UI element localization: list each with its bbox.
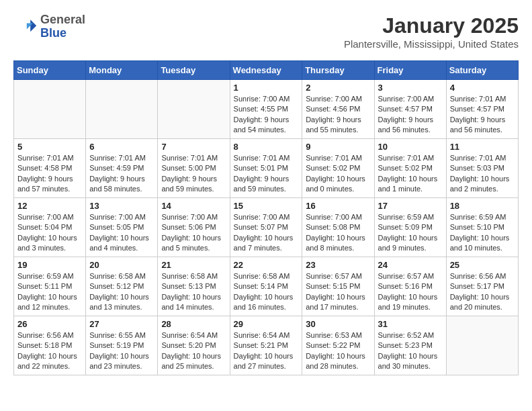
day-detail: Sunrise: 6:56 AMSunset: 5:18 PMDaylight:… — [17, 330, 82, 372]
day-detail: Sunrise: 6:59 AMSunset: 5:09 PMDaylight:… — [378, 212, 443, 254]
day-detail: Sunrise: 6:56 AMSunset: 5:17 PMDaylight:… — [450, 271, 515, 313]
day-detail: Sunrise: 7:01 AMSunset: 5:02 PMDaylight:… — [306, 153, 370, 195]
day-number: 27 — [89, 319, 154, 329]
location-title: Plantersville, Mississippi, United State… — [344, 38, 519, 50]
calendar-cell-week3-day5: 24Sunrise: 6:57 AMSunset: 5:16 PMDayligh… — [374, 257, 446, 316]
day-number: 25 — [450, 260, 515, 270]
day-number: 4 — [450, 83, 515, 93]
day-number: 23 — [306, 260, 370, 270]
logo-icon — [13, 15, 38, 39]
calendar-header-wednesday: Wednesday — [230, 61, 302, 80]
day-detail: Sunrise: 7:01 AMSunset: 5:03 PMDaylight:… — [450, 153, 515, 195]
calendar-cell-week3-day4: 23Sunrise: 6:57 AMSunset: 5:15 PMDayligh… — [302, 257, 374, 316]
title-block: January 2025 Plantersville, Mississippi,… — [344, 13, 519, 50]
calendar-cell-week0-day1 — [86, 80, 158, 139]
day-detail: Sunrise: 6:57 AMSunset: 5:16 PMDaylight:… — [378, 271, 443, 313]
week-row-2: 12Sunrise: 7:00 AMSunset: 5:04 PMDayligh… — [14, 198, 519, 257]
calendar-cell-week1-day2: 7Sunrise: 7:01 AMSunset: 5:00 PMDaylight… — [158, 139, 230, 198]
day-number: 1 — [234, 83, 299, 93]
day-number: 17 — [378, 201, 443, 211]
calendar-cell-week3-day6: 25Sunrise: 6:56 AMSunset: 5:17 PMDayligh… — [446, 257, 518, 316]
calendar-cell-week3-day1: 20Sunrise: 6:58 AMSunset: 5:12 PMDayligh… — [86, 257, 158, 316]
calendar-header-friday: Friday — [374, 61, 446, 80]
week-row-0: 1Sunrise: 7:00 AMSunset: 4:55 PMDaylight… — [14, 80, 519, 139]
day-detail: Sunrise: 7:00 AMSunset: 5:04 PMDaylight:… — [17, 212, 82, 254]
calendar-cell-week0-day3: 1Sunrise: 7:00 AMSunset: 4:55 PMDaylight… — [230, 80, 302, 139]
day-number: 7 — [161, 142, 226, 152]
calendar-cell-week2-day6: 18Sunrise: 6:59 AMSunset: 5:10 PMDayligh… — [446, 198, 518, 257]
day-number: 13 — [89, 201, 154, 211]
calendar-header-monday: Monday — [86, 61, 158, 80]
day-detail: Sunrise: 6:55 AMSunset: 5:19 PMDaylight:… — [89, 330, 154, 372]
calendar-cell-week4-day5: 31Sunrise: 6:52 AMSunset: 5:23 PMDayligh… — [374, 316, 446, 375]
calendar-cell-week2-day1: 13Sunrise: 7:00 AMSunset: 5:05 PMDayligh… — [86, 198, 158, 257]
day-number: 20 — [89, 260, 154, 270]
day-detail: Sunrise: 6:54 AMSunset: 5:20 PMDaylight:… — [161, 330, 226, 372]
calendar-cell-week2-day4: 16Sunrise: 7:00 AMSunset: 5:08 PMDayligh… — [302, 198, 374, 257]
week-row-1: 5Sunrise: 7:01 AMSunset: 4:58 PMDaylight… — [14, 139, 519, 198]
logo-general-text: General — [40, 13, 85, 27]
calendar-cell-week1-day3: 8Sunrise: 7:01 AMSunset: 5:01 PMDaylight… — [230, 139, 302, 198]
calendar-cell-week4-day1: 27Sunrise: 6:55 AMSunset: 5:19 PMDayligh… — [86, 316, 158, 375]
logo-blue-text: Blue — [40, 27, 85, 40]
calendar-cell-week0-day4: 2Sunrise: 7:00 AMSunset: 4:56 PMDaylight… — [302, 80, 374, 139]
day-detail: Sunrise: 7:00 AMSunset: 4:56 PMDaylight:… — [306, 94, 370, 136]
day-number: 24 — [378, 260, 443, 270]
day-number: 29 — [234, 319, 299, 329]
day-detail: Sunrise: 7:00 AMSunset: 5:06 PMDaylight:… — [161, 212, 226, 254]
month-title: January 2025 — [344, 13, 519, 38]
day-number: 30 — [306, 319, 370, 329]
day-detail: Sunrise: 7:00 AMSunset: 5:05 PMDaylight:… — [89, 212, 154, 254]
page-header: General Blue January 2025 Plantersville,… — [13, 13, 519, 50]
calendar-cell-week3-day2: 21Sunrise: 6:58 AMSunset: 5:13 PMDayligh… — [158, 257, 230, 316]
calendar-cell-week2-day2: 14Sunrise: 7:00 AMSunset: 5:06 PMDayligh… — [158, 198, 230, 257]
calendar-header-saturday: Saturday — [446, 61, 518, 80]
calendar-header-tuesday: Tuesday — [158, 61, 230, 80]
calendar-header-sunday: Sunday — [14, 61, 86, 80]
calendar-cell-week4-day4: 30Sunrise: 6:53 AMSunset: 5:22 PMDayligh… — [302, 316, 374, 375]
logo: General Blue — [13, 13, 85, 40]
day-detail: Sunrise: 6:59 AMSunset: 5:10 PMDaylight:… — [450, 212, 515, 254]
calendar-header-row: SundayMondayTuesdayWednesdayThursdayFrid… — [14, 61, 519, 80]
day-detail: Sunrise: 7:01 AMSunset: 5:01 PMDaylight:… — [234, 153, 299, 195]
calendar-cell-week3-day0: 19Sunrise: 6:59 AMSunset: 5:11 PMDayligh… — [14, 257, 86, 316]
calendar-cell-week1-day1: 6Sunrise: 7:01 AMSunset: 4:59 PMDaylight… — [86, 139, 158, 198]
day-number: 26 — [17, 319, 82, 329]
day-number: 8 — [234, 142, 299, 152]
calendar-cell-week2-day5: 17Sunrise: 6:59 AMSunset: 5:09 PMDayligh… — [374, 198, 446, 257]
day-detail: Sunrise: 7:00 AMSunset: 4:55 PMDaylight:… — [234, 94, 299, 136]
calendar-cell-week2-day3: 15Sunrise: 7:00 AMSunset: 5:07 PMDayligh… — [230, 198, 302, 257]
calendar-cell-week4-day3: 29Sunrise: 6:54 AMSunset: 5:21 PMDayligh… — [230, 316, 302, 375]
day-number: 9 — [306, 142, 370, 152]
logo-text: General Blue — [40, 13, 85, 40]
calendar-header-thursday: Thursday — [302, 61, 374, 80]
day-detail: Sunrise: 7:01 AMSunset: 4:59 PMDaylight:… — [89, 153, 154, 195]
day-detail: Sunrise: 6:58 AMSunset: 5:13 PMDaylight:… — [161, 271, 226, 313]
calendar-cell-week0-day5: 3Sunrise: 7:00 AMSunset: 4:57 PMDaylight… — [374, 80, 446, 139]
calendar-cell-week2-day0: 12Sunrise: 7:00 AMSunset: 5:04 PMDayligh… — [14, 198, 86, 257]
day-number: 5 — [17, 142, 82, 152]
day-detail: Sunrise: 6:58 AMSunset: 5:12 PMDaylight:… — [89, 271, 154, 313]
week-row-3: 19Sunrise: 6:59 AMSunset: 5:11 PMDayligh… — [14, 257, 519, 316]
calendar-table: SundayMondayTuesdayWednesdayThursdayFrid… — [13, 60, 519, 375]
day-detail: Sunrise: 6:57 AMSunset: 5:15 PMDaylight:… — [306, 271, 370, 313]
calendar-cell-week4-day0: 26Sunrise: 6:56 AMSunset: 5:18 PMDayligh… — [14, 316, 86, 375]
day-detail: Sunrise: 7:01 AMSunset: 4:57 PMDaylight:… — [450, 94, 515, 136]
day-number: 16 — [306, 201, 370, 211]
calendar-cell-week0-day0 — [14, 80, 86, 139]
calendar-cell-week4-day6 — [446, 316, 518, 375]
week-row-4: 26Sunrise: 6:56 AMSunset: 5:18 PMDayligh… — [14, 316, 519, 375]
day-number: 22 — [234, 260, 299, 270]
day-detail: Sunrise: 7:01 AMSunset: 4:58 PMDaylight:… — [17, 153, 82, 195]
day-number: 14 — [161, 201, 226, 211]
day-detail: Sunrise: 7:01 AMSunset: 5:02 PMDaylight:… — [378, 153, 443, 195]
day-number: 19 — [17, 260, 82, 270]
day-number: 12 — [17, 201, 82, 211]
calendar-cell-week1-day4: 9Sunrise: 7:01 AMSunset: 5:02 PMDaylight… — [302, 139, 374, 198]
day-number: 2 — [306, 83, 370, 93]
day-detail: Sunrise: 6:58 AMSunset: 5:14 PMDaylight:… — [234, 271, 299, 313]
calendar-cell-week1-day6: 11Sunrise: 7:01 AMSunset: 5:03 PMDayligh… — [446, 139, 518, 198]
calendar-cell-week0-day6: 4Sunrise: 7:01 AMSunset: 4:57 PMDaylight… — [446, 80, 518, 139]
calendar-cell-week1-day0: 5Sunrise: 7:01 AMSunset: 4:58 PMDaylight… — [14, 139, 86, 198]
day-number: 18 — [450, 201, 515, 211]
